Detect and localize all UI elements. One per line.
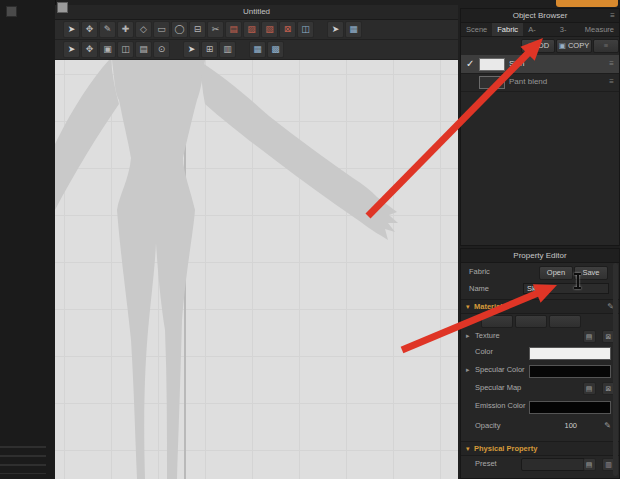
opacity-value[interactable]: 100 [564,419,577,433]
name-label: Name [469,282,489,296]
dock-icon[interactable] [6,6,17,17]
panel-menu-icon[interactable]: ≡ [610,9,615,22]
specular-color-row: ▸ Specular Color [461,363,619,379]
sim-select-tool-icon[interactable]: ➤ [63,41,80,58]
simulation-toolbar: ➤✥▣◫▤⊙➤⊞▥▦▩ [55,40,458,60]
layer-tool-icon[interactable]: ▤ [135,41,152,58]
fabric-name: Pant blend [509,73,547,91]
add-icon: + [527,41,531,50]
document-title: Untitled [243,7,270,16]
document-titlebar: Untitled [55,5,458,20]
add-polygon-tool-icon[interactable]: ◇ [135,21,152,38]
preset-label: Preset [475,457,497,471]
emission-color-swatch[interactable] [529,401,611,414]
wireframe-tool-icon[interactable]: ▦ [249,41,266,58]
property-editor-panel: Property Editor Fabric Open Save Name ▾ … [460,248,620,479]
application-window: Untitled ➤✥✎✚◇▭◯⊟✂▤▨▧⊠◫➤▦ ➤✥▣◫▤⊙➤⊞▥▦▩ Ob… [0,0,620,479]
show-seam-tool-icon[interactable]: ➤ [327,21,344,38]
show-avatar-tool-icon[interactable]: ➤ [183,41,200,58]
chevron-right-icon[interactable]: ▸ [466,363,470,377]
scrollbar[interactable] [613,263,618,476]
chevron-down-icon: ▾ [466,442,470,456]
show-texture-tool-icon[interactable]: ▦ [345,21,362,38]
property-editor-header: Property Editor [461,249,619,263]
segment-sew-tool-icon[interactable]: ▤ [225,21,242,38]
object-browser-panel: Object Browser ≡ Scene Fabric A-Point 3-… [460,8,620,246]
object-type-label: Fabric [469,265,490,279]
color-swatch[interactable] [529,347,611,360]
chevron-right-icon[interactable]: ▸ [466,329,470,343]
move-pattern-tool-icon[interactable]: ✥ [81,41,98,58]
material-section-header[interactable]: ▾ Material ✎ [461,299,619,314]
texture-label: Texture [475,329,500,343]
seam-cut-tool-icon[interactable]: ✂ [207,21,224,38]
window-mini-icon[interactable] [57,2,68,13]
material-slot-button-3[interactable] [549,315,581,328]
add-fabric-button[interactable]: +ADD [521,39,555,53]
color-row: Color [461,345,619,361]
delete-fabric-button[interactable]: ≡ [593,39,619,53]
color-label: Color [475,345,493,359]
open-specular-map-icon[interactable]: ▤ [583,382,596,395]
opacity-label: Opacity [475,419,500,433]
pattern-toolbar: ➤✥✎✚◇▭◯⊟✂▤▨▧⊠◫➤▦ [55,20,458,40]
material-slots-row [461,314,619,328]
left-dock [0,0,56,479]
show-xray-tool-icon[interactable]: ▥ [219,41,236,58]
arrange-pattern-tool-icon[interactable]: ▣ [99,41,116,58]
texture-edit-tool-icon[interactable]: ◫ [297,21,314,38]
render-style-tool-icon[interactable]: ▩ [267,41,284,58]
row-menu-icon[interactable]: ≡ [609,55,614,73]
tab-measure[interactable]: Measure [580,23,619,36]
add-circle-tool-icon[interactable]: ◯ [171,21,188,38]
material-slot-button-1[interactable] [481,315,513,328]
specular-color-swatch[interactable] [529,365,611,378]
text-cursor-icon [573,273,582,289]
opacity-edit-icon[interactable]: ✎ [604,419,611,433]
material-slot-button-2[interactable] [515,315,547,328]
viewport-3d[interactable] [55,60,458,479]
dart-tool-icon[interactable]: ⊟ [189,21,206,38]
open-preset-icon[interactable]: ▤ [583,458,596,471]
edit-curvature-tool-icon[interactable]: ✎ [99,21,116,38]
fabric-row[interactable]: ✓ Skin ≡ [461,55,619,74]
edit-sew-tool-icon[interactable]: ▧ [261,21,278,38]
tab-a-point[interactable]: A-Point [523,23,555,36]
select-tool-icon[interactable]: ➤ [63,21,80,38]
preset-row: Preset ▾ ▤ ▥ [461,457,619,471]
avatar-silhouette[interactable] [55,60,458,479]
edit-pattern-tool-icon[interactable]: ✥ [81,21,98,38]
name-input[interactable] [523,283,609,294]
free-sew-tool-icon[interactable]: ▨ [243,21,260,38]
object-browser-title: Object Browser [513,11,568,20]
detach-sew-tool-icon[interactable]: ⊠ [279,21,296,38]
specular-map-row: Specular Map ▤ ⊠ [461,381,619,395]
fabric-swatch[interactable] [479,76,505,89]
emission-color-label: Emission Color [475,399,525,413]
texture-row: ▸ Texture ▤ ⊠ [461,329,619,343]
tab-fabric[interactable]: Fabric [492,23,523,36]
copy-fabric-button[interactable]: ▣COPY [556,39,592,53]
tab-3dp[interactable]: 3-DP [555,23,580,36]
fabric-row[interactable]: Pant blend ≡ [461,73,619,92]
object-browser-header: Object Browser ≡ [461,9,619,23]
specular-color-label: Specular Color [475,363,525,377]
open-button[interactable]: Open [539,266,573,280]
physical-property-section-header[interactable]: ▾ Physical Property [461,441,619,456]
partial-corner-button[interactable] [556,0,618,7]
fabric-name: Skin [509,55,525,73]
name-row: Name [461,282,619,296]
collapsed-panel-lines [0,446,46,474]
show-arrangement-tool-icon[interactable]: ⊞ [201,41,218,58]
pin-tool-icon[interactable]: ⊙ [153,41,170,58]
open-texture-icon[interactable]: ▤ [583,330,596,343]
material-header-label: Material [474,300,502,313]
row-menu-icon[interactable]: ≡ [609,73,614,91]
delete-icon: ≡ [604,41,608,50]
fabric-type-row: Fabric Open Save [461,265,619,279]
tab-scene[interactable]: Scene [461,23,492,36]
add-rectangle-tool-icon[interactable]: ▭ [153,21,170,38]
fabric-swatch[interactable] [479,58,505,71]
add-point-tool-icon[interactable]: ✚ [117,21,134,38]
flip-pattern-tool-icon[interactable]: ◫ [117,41,134,58]
